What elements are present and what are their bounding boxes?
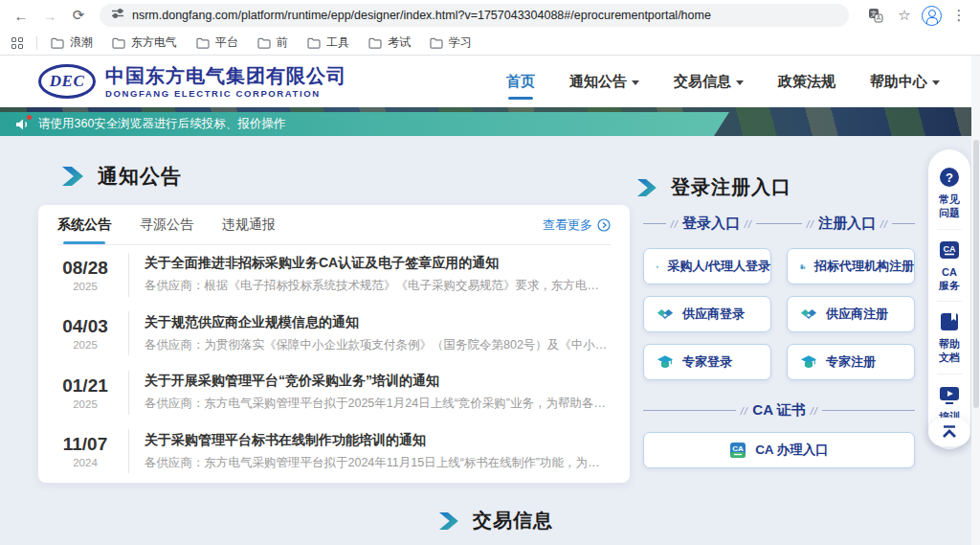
caret-down-icon (932, 80, 940, 85)
page-scrollbar[interactable] (971, 56, 980, 545)
rail-label: 帮助文档 (937, 337, 962, 365)
register-group-header: 注册入口 (779, 215, 915, 233)
tab-sourcing-notices[interactable]: 寻源公告 (140, 205, 193, 244)
building-icon (657, 259, 658, 275)
notice-body: 关于全面推进非招标采购业务CA认证及电子签章应用的通知 各供应商：根据《电子招标… (128, 253, 611, 297)
company-name-cn: 中国东方电气集团有限公司 (105, 65, 346, 86)
notice-year: 2025 (57, 398, 113, 410)
section-title: 交易信息 (473, 508, 553, 534)
company-name-en: DONGFANG ELECTRIC CORPORATION (105, 88, 346, 99)
nav-label: 政策法规 (778, 73, 835, 91)
speaker-icon (15, 118, 31, 131)
bookmark-folder[interactable]: 考试 (368, 34, 411, 51)
announcement-ticker: 请使用360安全浏览器进行后续投标、报价操作 (0, 112, 729, 136)
notice-body: 关于规范供应商企业规模信息的通知 各供应商：为贯彻落实《保障中小企业款项支付条例… (128, 311, 611, 355)
notice-desc: 各供应商：为贯彻落实《保障中小企业款项支付条例》（国务院令第802号）及《中小企… (145, 337, 611, 353)
notice-title[interactable]: 关于开展采购管理平台“竞价采购业务”培训的通知 (145, 373, 611, 390)
address-bar[interactable]: nsrm.dongfang.com/platform/runtime/epp/d… (100, 4, 849, 27)
back-icon[interactable]: ← (10, 4, 33, 27)
login-section-header: 登录注册入口 (635, 174, 791, 200)
notice-title[interactable]: 关于规范供应商企业规模信息的通知 (145, 314, 611, 331)
circle-arrow-icon (597, 218, 611, 232)
nav-label: 通知公告 (569, 73, 627, 91)
help-doc-icon (939, 311, 960, 332)
notice-day-month: 01/21 (57, 375, 113, 397)
profile-avatar[interactable] (922, 6, 942, 26)
expert-register-button[interactable]: 专家注册 (787, 344, 915, 380)
tab-system-notices[interactable]: 系统公告 (57, 205, 111, 244)
slash-decor (670, 220, 679, 228)
purchaser-login-button[interactable]: 采购人/代理人登录 (643, 248, 771, 284)
view-more-link[interactable]: 查看更多 (543, 216, 611, 234)
expert-login-button[interactable]: 专家登录 (643, 344, 771, 380)
button-label: 招标代理机构注册 (814, 258, 914, 275)
nav-home[interactable]: 首页 (506, 73, 535, 91)
training-video-icon (939, 384, 960, 405)
notice-row[interactable]: 08/28 2025 关于全面推进非招标采购业务CA认证及电子签章应用的通知 各… (57, 245, 611, 305)
nav-label: 交易信息 (674, 73, 731, 91)
notice-date: 01/21 2025 (57, 375, 113, 410)
supplier-login-button[interactable]: 供应商登录 (643, 296, 771, 332)
handshake-icon (800, 307, 817, 322)
caret-down-icon (736, 80, 744, 85)
url-text[interactable]: nsrm.dongfang.com/platform/runtime/epp/d… (132, 9, 711, 22)
scrollbar-thumb[interactable] (973, 140, 979, 408)
notice-desc: 各供应商：东方电气采购管理平台拟于2025年1月24日上线“竞价采购”业务，为帮… (145, 396, 611, 412)
slash-decor (740, 407, 748, 415)
slash-decor (744, 220, 752, 228)
supplier-register-button[interactable]: 供应商注册 (787, 296, 915, 332)
svg-text:A: A (877, 14, 881, 21)
nav-policies[interactable]: 政策法规 (778, 73, 835, 91)
rail-item-help-doc[interactable]: 帮助文档 (937, 301, 962, 374)
translate-icon[interactable]: 文A (864, 4, 887, 27)
bookmark-folder[interactable]: 平台 (196, 34, 238, 51)
bookmark-folder[interactable]: 东方电气 (112, 34, 177, 51)
svg-text:?: ? (946, 170, 953, 185)
agency-register-button[interactable]: 招标代理机构注册 (787, 248, 915, 284)
rail-item-ca-service[interactable]: CA CA服务 (937, 229, 962, 302)
chevron-up-icon (940, 424, 959, 440)
notice-day-month: 08/28 (57, 258, 113, 279)
bookmark-label: 浪潮 (70, 34, 93, 51)
notice-row[interactable]: 01/21 2025 关于开展采购管理平台“竞价采购业务”培训的通知 各供应商：… (57, 363, 611, 422)
browser-window: ← → ⟳ nsrm.dongfang.com/platform/runtime… (0, 0, 980, 545)
bookmark-label: 东方电气 (131, 34, 177, 51)
alert-dot (27, 115, 32, 120)
button-label: 供应商登录 (682, 306, 745, 323)
browser-menu-icon[interactable]: ⋮ (947, 4, 970, 27)
building-icon (800, 259, 806, 275)
trade-section-header: 交易信息 (436, 508, 553, 534)
bookmark-folder[interactable]: 前 (257, 34, 288, 51)
caret-down-icon (632, 80, 639, 85)
company-logo[interactable]: DEC 中国东方电气集团有限公司 DONGFANG ELECTRIC CORPO… (38, 64, 346, 99)
nav-help-center[interactable]: 帮助中心 (870, 73, 940, 91)
button-label: 专家登录 (682, 353, 732, 371)
section-title: 通知公告 (98, 163, 182, 190)
reload-icon[interactable]: ⟳ (67, 4, 90, 27)
site-settings-icon[interactable] (111, 7, 124, 24)
site-header: DEC 中国东方电气集团有限公司 DONGFANG ELECTRIC CORPO… (0, 56, 980, 107)
nav-trade-info[interactable]: 交易信息 (674, 73, 744, 91)
ca-apply-button[interactable]: CA CA 办理入口 (643, 432, 915, 468)
notice-year: 2025 (57, 339, 113, 351)
notice-date: 11/07 2024 (57, 434, 113, 468)
rail-item-faq[interactable]: ? 常见问题 (937, 161, 962, 229)
apps-grid-icon[interactable] (11, 37, 23, 49)
bookmark-label: 考试 (388, 34, 411, 51)
divider (756, 223, 779, 224)
bookmark-folder[interactable]: 学习 (430, 34, 472, 51)
notice-row[interactable]: 04/03 2025 关于规范供应商企业规模信息的通知 各供应商：为贯彻落实《保… (57, 305, 611, 364)
notice-title[interactable]: 关于全面推进非招标采购业务CA认证及电子签章应用的通知 (145, 255, 611, 272)
bookmark-star-icon[interactable]: ☆ (893, 4, 916, 27)
bookmark-folder[interactable]: 工具 (307, 34, 349, 51)
slash-decor (806, 220, 814, 228)
notice-row[interactable]: 11/07 2024 关于采购管理平台标书在线制作功能培训的通知 各供应商：东方… (57, 422, 611, 482)
bookmark-folder[interactable]: 浪潮 (51, 34, 93, 51)
bookmarks-divider (36, 36, 37, 50)
nav-notices[interactable]: 通知公告 (569, 73, 639, 91)
rail-label: CA服务 (937, 265, 962, 293)
notice-title[interactable]: 关于采购管理平台标书在线制作功能培训的通知 (145, 432, 611, 449)
back-to-top-button[interactable] (928, 418, 970, 446)
tab-violation-reports[interactable]: 违规通报 (222, 205, 276, 244)
notice-body: 关于采购管理平台标书在线制作功能培训的通知 各供应商：东方电气采购管理平台拟于2… (128, 429, 611, 473)
